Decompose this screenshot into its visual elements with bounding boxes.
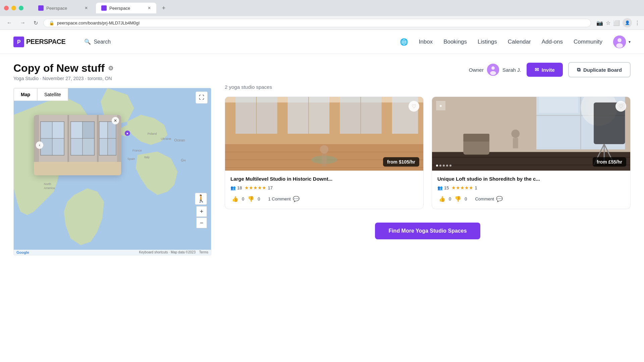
new-tab-button[interactable]: + [159,3,168,13]
invite-icon: ✉ [535,67,539,73]
popup-prev-button[interactable]: ‹ [36,141,43,149]
listing-2-nav-left[interactable]: ● [436,101,445,110]
svg-rect-33 [99,138,108,155]
nav-community[interactable]: Community [574,39,602,45]
nav-inbox[interactable]: Inbox [419,39,433,45]
search-button[interactable]: 🔍 Search [79,36,116,48]
svg-rect-82 [463,134,489,141]
listing-2-review-count: 1 [475,185,477,190]
nav-calendar[interactable]: Calendar [508,39,531,45]
svg-rect-21 [41,122,52,138]
listing-1-info: Large Multilevel Studio in Historic Down… [225,171,423,209]
refresh-button[interactable]: ↻ [31,18,41,27]
menu-icon[interactable]: ⋮ [635,20,640,26]
nav-bookings[interactable]: Bookings [443,39,467,45]
nav-listings[interactable]: Listings [478,39,497,45]
map-background[interactable]: Canada Ocean Gч Poland Ukraine France Sp… [14,88,211,255]
listing-1-comment-group: 1 Comment 💬 [268,196,299,202]
window-minimize-button[interactable] [11,6,16,10]
map-tab-satellite[interactable]: Satellite [37,88,68,101]
map-expand-button[interactable]: ⛶ [196,92,208,104]
svg-text:Spain: Spain [127,157,135,161]
listing-2-downvote-button[interactable]: 👎 [453,194,463,203]
tab-2-title: Peerspace [109,6,145,11]
listing-2-comment-icon[interactable]: 💬 [496,196,503,202]
svg-text:France: France [132,149,142,152]
search-label: Search [94,39,111,45]
tab-1-close[interactable]: ✕ [85,6,88,10]
listing-1-stars: ★★★★★ [245,185,266,190]
listing-card-2[interactable]: ♡ from £55/hr ● [432,97,631,209]
back-button[interactable]: ← [4,18,15,27]
board-date: November 27, 2023 [43,76,84,81]
window-close-button[interactable] [4,6,9,10]
listing-2-dots [436,165,451,167]
window-maximize-button[interactable] [19,6,23,10]
listing-2-upvote-button[interactable]: 👍 [437,194,447,203]
find-more-button[interactable]: Find More Yoga Studio Spaces [375,223,480,239]
camera-icon[interactable]: 📷 [596,20,603,26]
search-icon: 🔍 [84,39,91,45]
svg-rect-35 [34,162,121,175]
app-header: P PEERSPACE 🔍 Search 🌐 Inbox Bookings Li… [0,30,644,54]
address-bar[interactable]: 🔒 peerspace.com/boards/prj-MLD7JLb4M0gI [43,19,591,27]
terms-link[interactable]: Terms [199,250,208,254]
listing-2-actions: 👍 0 👎 0 Comment 💬 [437,194,625,203]
map-zoom-out-button[interactable]: − [196,218,207,228]
user-menu[interactable]: ▾ [613,36,631,48]
svg-rect-22 [52,122,64,138]
listing-2-image-container: ♡ from £55/hr ● [432,97,630,171]
keyboard-shortcuts[interactable]: Keyboard shortcuts [139,250,168,254]
browser-tab-1[interactable]: Peerspace ✕ [33,3,93,13]
main-nav: 🌐 Inbox Bookings Listings Calendar Add-o… [400,36,631,48]
map-tabs: Map Satellite [14,88,68,101]
logo[interactable]: P PEERSPACE [13,37,65,47]
tab-2-close[interactable]: ✕ [148,6,151,10]
browser-tab-2[interactable]: Peerspace ✕ [96,3,156,13]
people-icon-2: 👥 [437,185,443,190]
owner-section: Owner Sarah J. [469,64,521,76]
incognito-icon[interactable]: 👤 [623,18,632,27]
duplicate-label: Duplicate Board [583,67,622,73]
listing-2-upvote-group: 👍 0 👎 0 [437,194,467,203]
map-data-text: Map data ©2023 [171,250,196,254]
map-person-button[interactable]: 🚶 [195,193,207,205]
map-zoom-in-button[interactable]: + [196,206,207,217]
map-tab-map[interactable]: Map [14,88,37,101]
board-category: Yoga Studio [13,76,39,81]
map-attribution-left: Google [16,250,29,254]
bookmark-icon[interactable]: ☆ [606,20,610,26]
board-separator-1: · [40,76,43,81]
tab-1-favicon [38,5,44,11]
svg-text:America: America [44,186,55,190]
svg-rect-60 [322,154,327,167]
svg-rect-27 [83,122,94,138]
popup-close-button[interactable]: ✕ [112,117,119,124]
listing-1-comment-icon[interactable]: 💬 [293,196,300,202]
listing-2-info: Unique Loft studio in Shoreditch by the … [432,171,630,209]
listing-1-upvote-button[interactable]: 👍 [230,194,240,203]
listing-1-favorite-button[interactable]: ♡ [409,101,419,112]
listing-2-capacity-count: 15 [444,185,449,190]
duplicate-board-button[interactable]: ⧉ Duplicate Board [568,62,631,77]
svg-point-59 [320,145,328,154]
listing-card-1[interactable]: ♡ from $105/hr Large Multilevel Studio i… [225,97,424,209]
owner-name: Sarah J. [502,67,521,73]
nav-addons[interactable]: Add-ons [542,39,563,45]
board-settings-icon[interactable]: ⚙ [108,65,113,72]
tablet-icon[interactable]: ⬜ [613,20,620,26]
main-content: Copy of New stuff ⚙ Yoga Studio · Novemb… [0,54,644,263]
invite-button[interactable]: ✉ Invite [527,63,563,77]
svg-point-83 [511,130,520,138]
forward-button[interactable]: → [17,18,28,27]
app: P PEERSPACE 🔍 Search 🌐 Inbox Bookings Li… [0,30,644,263]
listing-2-comment-group: Comment 💬 [475,196,502,202]
svg-rect-28 [71,138,83,155]
globe-icon[interactable]: 🌐 [400,38,408,46]
svg-text:North: North [44,182,51,186]
user-avatar[interactable] [613,36,626,48]
owner-avatar-image [487,64,499,76]
listing-2-favorite-button[interactable]: ♡ [615,101,626,112]
popup-image [34,115,121,175]
listing-1-downvote-button[interactable]: 👎 [246,194,256,203]
